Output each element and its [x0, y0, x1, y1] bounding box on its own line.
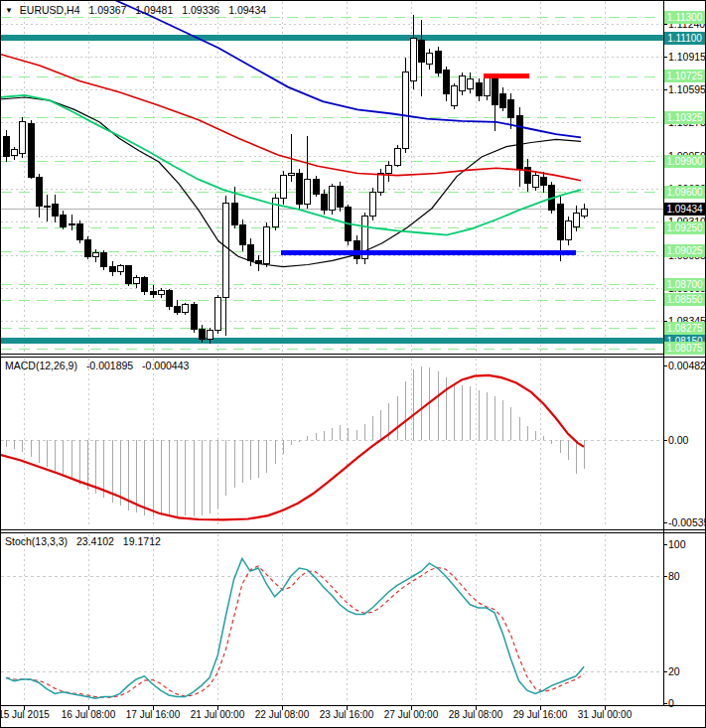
- candle-body: [314, 180, 320, 195]
- candle-body: [477, 83, 483, 96]
- candle-body: [378, 174, 384, 193]
- stoch-d-value: 19.1712: [123, 535, 161, 547]
- candle-body: [322, 194, 328, 211]
- candle-body: [248, 245, 254, 261]
- candle-body: [305, 180, 311, 205]
- candle-body: [264, 226, 270, 263]
- candle-body: [386, 165, 392, 173]
- ohlc-close: 1.09434: [228, 4, 266, 16]
- candle-body: [159, 290, 165, 294]
- candle-body: [395, 149, 401, 166]
- candle-body: [93, 252, 99, 256]
- candle-body: [338, 187, 344, 208]
- candle-body: [370, 192, 376, 217]
- macd-main-value: -0.001895: [86, 360, 133, 371]
- ohlc-low: 1.09336: [182, 4, 219, 16]
- candle-body: [330, 187, 336, 211]
- ohlc-high: 1.09481: [135, 4, 173, 16]
- stoch-name: Stoch(13,3,3): [5, 535, 68, 547]
- candle-body: [508, 99, 514, 118]
- candle-body: [574, 214, 580, 226]
- candle-body: [85, 240, 91, 257]
- candle-body: [558, 205, 564, 240]
- stoch-d-line: [6, 566, 584, 697]
- candle-body: [20, 121, 26, 154]
- candle-body: [37, 177, 43, 206]
- candle-body: [436, 51, 442, 73]
- candle-body: [427, 54, 433, 65]
- candle-body: [192, 305, 198, 330]
- candle-body: [223, 204, 229, 298]
- candle-body: [541, 178, 547, 186]
- time-axis[interactable]: [0, 707, 706, 728]
- separator: [0, 530, 706, 532]
- candle-body: [208, 331, 213, 339]
- candle-body: [582, 209, 588, 216]
- candle-body: [411, 38, 417, 80]
- candle-body: [126, 266, 132, 284]
- candle-body: [70, 223, 75, 224]
- candle-body: [61, 216, 67, 226]
- macd-indicator-label: MACD(12,26,9) -0.001895 -0.000443: [5, 360, 189, 371]
- stoch-indicator-label: Stoch(13,3,3) 23.4102 19.1712: [5, 535, 161, 547]
- candle-body: [45, 206, 51, 208]
- price-axis[interactable]: [664, 0, 706, 705]
- stoch-k-value: 23.4102: [76, 535, 114, 547]
- candle-body: [297, 174, 303, 205]
- candle-body: [232, 204, 238, 225]
- candle-body: [167, 290, 173, 307]
- candle-body: [444, 70, 450, 94]
- candle-body: [566, 220, 572, 240]
- candle-body: [468, 78, 474, 88]
- separator: [0, 355, 706, 357]
- candle-body: [289, 174, 295, 176]
- symbol-timeframe: EURUSD,H4: [20, 4, 80, 16]
- candle-body: [4, 136, 10, 156]
- candle-body: [134, 277, 140, 283]
- stoch-k-line: [6, 558, 584, 698]
- candle-body: [200, 330, 206, 339]
- candle-body: [53, 205, 59, 217]
- macd-name: MACD(12,26,9): [5, 360, 77, 371]
- candle-body: [500, 94, 506, 107]
- candle-body: [142, 277, 148, 292]
- candle-body: [29, 123, 35, 177]
- candle-body: [215, 298, 221, 331]
- candle-body: [183, 305, 189, 312]
- candle-body: [517, 116, 523, 170]
- candle-body: [118, 266, 124, 272]
- chart-title: ▼ EURUSD,H4 1.09367 1.09481 1.09336 1.09…: [5, 4, 266, 16]
- candle-body: [452, 86, 458, 106]
- candle-body: [273, 198, 279, 226]
- chart-window: 1.112401.109151.105951.102751.099501.096…: [0, 0, 706, 728]
- dropdown-arrow-icon[interactable]: ▼: [5, 6, 13, 15]
- candle-body: [419, 40, 425, 63]
- candle-body: [12, 150, 18, 156]
- candle-body: [281, 176, 287, 199]
- ohlc-open: 1.09367: [88, 4, 126, 16]
- candle-body: [485, 77, 491, 96]
- candle-body: [77, 224, 83, 240]
- candle-body: [151, 291, 157, 294]
- candle-body: [110, 267, 116, 272]
- macd-signal-value: -0.000443: [142, 360, 189, 371]
- candle-body: [403, 72, 409, 149]
- candle-body: [101, 252, 107, 267]
- candle-body: [493, 77, 498, 104]
- candle-body: [533, 176, 539, 187]
- candle-body: [240, 224, 246, 245]
- candle-body: [354, 241, 360, 259]
- candle-body: [460, 75, 466, 91]
- candle-body: [175, 307, 181, 312]
